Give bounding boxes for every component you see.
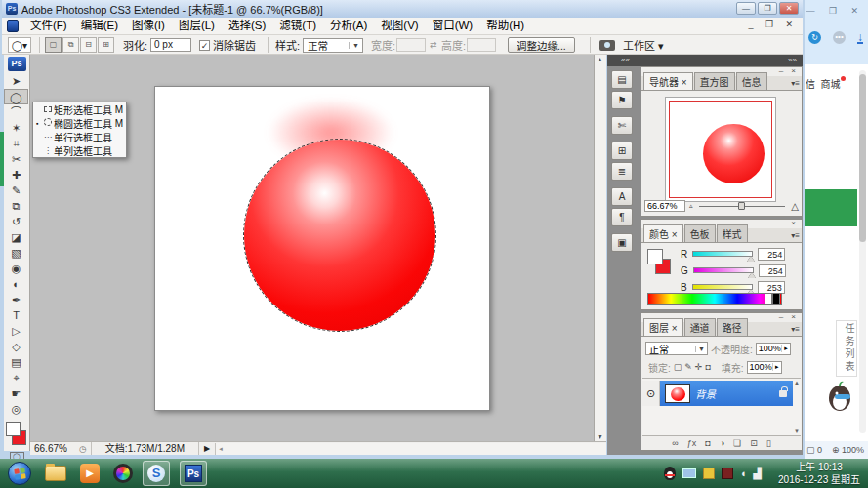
hand-tool[interactable]: ☛: [4, 386, 28, 401]
lasso-tool[interactable]: ⌒: [4, 104, 28, 120]
b-value-field[interactable]: 253: [758, 281, 785, 294]
clone-source-panel-icon[interactable]: ✄: [611, 116, 633, 135]
collapse-left-icon[interactable]: ««: [621, 55, 630, 66]
bridge-icon[interactable]: [599, 40, 615, 51]
refine-edge-button[interactable]: 调整边缘...: [508, 37, 575, 53]
document-icon[interactable]: [7, 20, 19, 32]
delete-layer-icon[interactable]: ▯: [766, 438, 771, 448]
brushes-panel-icon[interactable]: ▤: [611, 70, 633, 89]
color-panel-menu-icon[interactable]: ▾≡: [791, 231, 800, 240]
gradient-tool[interactable]: ▧: [4, 245, 28, 261]
layer-visibility-eye-icon[interactable]: ⊙: [642, 381, 660, 406]
tab-histogram[interactable]: 直方图: [694, 72, 735, 90]
lock-transparency-icon[interactable]: ▢: [674, 362, 682, 372]
r-value-field[interactable]: 254: [758, 248, 785, 261]
canvas-vertical-scrollbar[interactable]: ▲▼: [594, 55, 606, 441]
crop-tool[interactable]: ⌗: [4, 136, 28, 151]
animation-panel-icon[interactable]: ≣: [611, 162, 633, 181]
marquee-tool[interactable]: ◯: [4, 89, 28, 104]
healing-brush-tool[interactable]: ✚: [4, 167, 28, 183]
restore-button[interactable]: ❐: [758, 2, 777, 15]
document-window-controls[interactable]: _ ❐ ✕: [748, 20, 798, 29]
tool-presets-panel-icon[interactable]: ⚑: [611, 91, 633, 109]
layers-panel-menu-icon[interactable]: ▾≡: [791, 325, 800, 334]
path-selection-tool[interactable]: ▷: [4, 323, 28, 339]
mascot-penguin-icon[interactable]: [825, 379, 854, 414]
browser-more-icon[interactable]: •••: [833, 31, 846, 44]
taskbar-clock[interactable]: 上午 10:13 2016-12-23 星期五: [778, 461, 860, 486]
status-zoom-field[interactable]: 66.67%: [30, 443, 75, 454]
lock-all-icon[interactable]: ◘: [705, 362, 710, 372]
taskbar-media-player-icon[interactable]: ▶: [80, 464, 100, 483]
new-layer-icon[interactable]: ⊡: [750, 438, 758, 448]
tab-color[interactable]: 颜色 ×: [643, 224, 683, 242]
menu-edit[interactable]: 编辑(E): [74, 18, 125, 34]
current-tool-icon[interactable]: ◯▾: [8, 37, 31, 53]
browser-download-icon[interactable]: ↓: [857, 32, 863, 44]
blur-tool[interactable]: ◉: [4, 261, 28, 276]
menu-analysis[interactable]: 分析(A): [323, 18, 374, 34]
title-bar[interactable]: Ps Adobe Photoshop CS3 Extended - [未标题-1…: [2, 0, 803, 18]
selection-mode-new-button[interactable]: ▢: [45, 37, 62, 53]
taskbar-sogou-browser-button[interactable]: S: [143, 461, 170, 486]
document-canvas[interactable]: [154, 86, 490, 411]
minimize-button[interactable]: —: [736, 2, 756, 15]
menu-window[interactable]: 窗口(W): [426, 18, 480, 34]
g-slider[interactable]: [693, 267, 754, 273]
link-layers-icon[interactable]: ∞: [672, 438, 678, 448]
pen-tool[interactable]: ✒: [4, 292, 28, 307]
taskbar-color-wheel-icon[interactable]: [113, 464, 133, 483]
taskbar-explorer-icon[interactable]: [45, 466, 66, 481]
tray-volume-icon[interactable]: ◖: [740, 468, 747, 479]
navigator-panel-menu-icon[interactable]: ▾≡: [791, 79, 800, 88]
color-spectrum-ramp[interactable]: [647, 293, 782, 305]
tray-qq-icon[interactable]: [664, 467, 676, 480]
browser-zoom[interactable]: ⊕ 100%: [832, 445, 864, 455]
foreground-color-swatch[interactable]: [6, 422, 21, 436]
selection-mode-subtract-button[interactable]: ⊟: [80, 37, 97, 53]
lock-pixels-icon[interactable]: ✎: [684, 362, 692, 372]
layer-group-icon[interactable]: ❏: [733, 438, 741, 448]
r-slider[interactable]: [692, 251, 753, 257]
ramp-white-swatch[interactable]: [765, 293, 772, 305]
layer-row-background[interactable]: ⊙ 背景: [642, 381, 793, 406]
ramp-black-swatch[interactable]: [772, 293, 780, 305]
start-button[interactable]: [8, 462, 31, 485]
layer-comps-panel-icon[interactable]: ⊞: [611, 142, 633, 160]
opacity-field[interactable]: 100%▸: [756, 343, 791, 355]
layer-mask-icon[interactable]: ◘: [705, 438, 710, 448]
notes-tool[interactable]: ▤: [4, 354, 28, 370]
menu-filter[interactable]: 滤镜(T): [272, 18, 323, 34]
style-select[interactable]: 正常▼: [303, 38, 363, 53]
type-tool[interactable]: T: [4, 307, 28, 323]
menu-image[interactable]: 图像(I): [125, 18, 172, 34]
menu-select[interactable]: 选择(S): [222, 18, 272, 34]
menu-layer[interactable]: 图层(L): [172, 18, 222, 34]
selection-mode-intersect-button[interactable]: ⊞: [98, 37, 114, 53]
menu-file[interactable]: 文件(F): [23, 18, 74, 34]
flyout-item-single-column-marquee[interactable]: ⋮ 单列选框工具: [33, 143, 126, 157]
fill-field[interactable]: 100%▸: [747, 361, 782, 374]
brush-tool[interactable]: ✎: [4, 183, 28, 198]
menu-help[interactable]: 帮助(H): [479, 18, 531, 34]
tab-info[interactable]: 信息: [736, 72, 767, 90]
tab-paths[interactable]: 路径: [717, 318, 748, 336]
menu-view[interactable]: 视图(V): [374, 18, 425, 34]
browser-window-controls[interactable]: — ❐ ✕: [806, 6, 864, 16]
clone-stamp-tool[interactable]: ⧉: [4, 198, 28, 214]
eraser-tool[interactable]: ◪: [4, 229, 28, 245]
red-sphere-selection[interactable]: [244, 140, 435, 331]
tasklist-tab[interactable]: 任务列表: [836, 320, 857, 377]
histogram-panel-icon[interactable]: ▣: [611, 233, 633, 252]
tray-network-icon[interactable]: ▟: [754, 468, 762, 480]
paragraph-panel-icon[interactable]: ¶: [611, 208, 633, 226]
g-value-field[interactable]: 254: [759, 264, 786, 277]
taskbar-photoshop-button[interactable]: Ps: [180, 461, 207, 486]
layer-list-scrollbar[interactable]: ▲▼: [793, 379, 801, 435]
browser-refresh-icon[interactable]: ↻: [808, 31, 821, 44]
workspace-button[interactable]: 工作区 ▾: [623, 37, 664, 53]
shape-tool[interactable]: ◇: [4, 339, 28, 354]
close-button[interactable]: ✕: [779, 2, 799, 15]
navigator-preview[interactable]: [665, 97, 776, 202]
zoom-in-icon[interactable]: △: [791, 201, 799, 212]
